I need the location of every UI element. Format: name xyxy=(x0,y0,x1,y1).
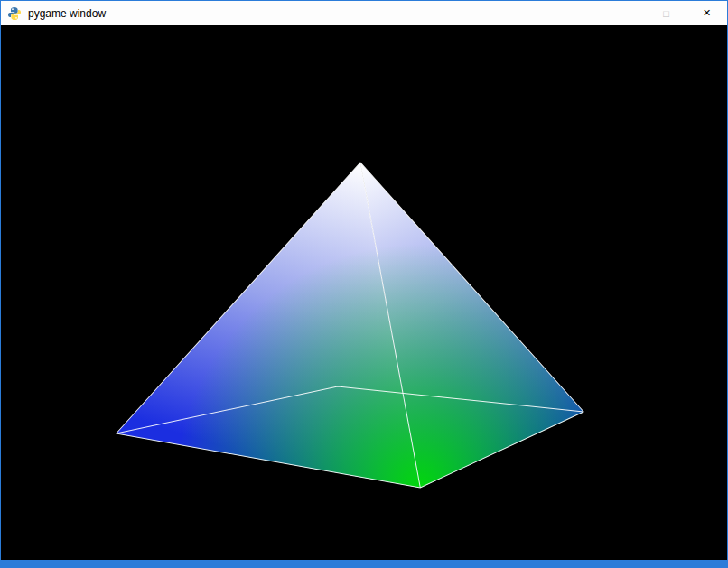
pyramid-3d-render xyxy=(1,25,727,560)
pygame-canvas[interactable] xyxy=(1,25,727,560)
window-controls: ─ □ ✕ xyxy=(605,1,727,25)
minimize-button[interactable]: ─ xyxy=(605,1,646,25)
pygame-window: pygame window ─ □ ✕ xyxy=(0,0,728,568)
pygame-icon xyxy=(7,6,22,21)
pygame-icon-graphic xyxy=(7,6,22,21)
window-title: pygame window xyxy=(28,7,106,20)
close-button[interactable]: ✕ xyxy=(686,1,727,25)
maximize-button: □ xyxy=(646,1,686,25)
titlebar[interactable]: pygame window ─ □ ✕ xyxy=(1,1,727,25)
